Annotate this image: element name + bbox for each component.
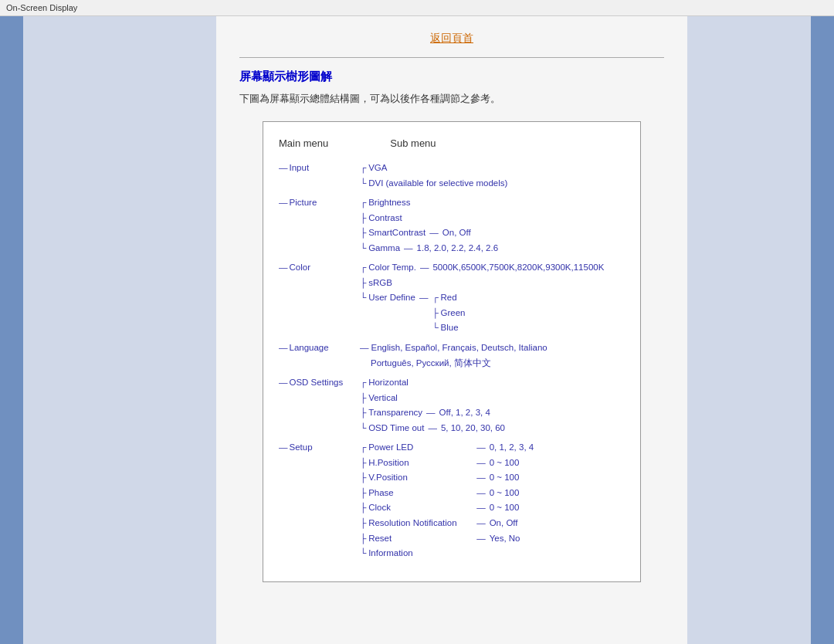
sub-lang-2: Português, Русский, 简体中文 bbox=[371, 356, 491, 371]
sub-osdtimeout-opts: 5, 10, 20, 30, 60 bbox=[441, 421, 505, 436]
sub-userdefine-blue: Blue bbox=[441, 320, 459, 336]
sub-vposition: V.Position bbox=[368, 470, 473, 486]
sub-resnotification: Resolution Notification bbox=[368, 516, 473, 531]
right-sidebar bbox=[687, 16, 811, 644]
main-item-setup: Setup bbox=[290, 440, 313, 456]
sub-resnotification-opts: On, Off bbox=[490, 516, 518, 531]
sub-phase: Phase bbox=[368, 486, 473, 501]
title-bar-text: On-Screen Display bbox=[6, 3, 77, 12]
content-area: 返回頁首 屏幕顯示樹形圖解 下圖為屏幕顯示總體結構圖，可為以後作各種調節之參考。… bbox=[216, 16, 687, 644]
section-title: 屏幕顯示樹形圖解 bbox=[239, 69, 664, 84]
sub-reset-opts: Yes, No bbox=[490, 531, 520, 547]
sub-hposition: H.Position bbox=[368, 456, 473, 471]
diagram-box: Main menu Sub menu — Input ┌ VGA bbox=[263, 121, 641, 582]
sub-userdefine-red: Red bbox=[441, 290, 457, 306]
sub-colortemp-opts: 5000K,6500K,7500K,8200K,9300K,11500K bbox=[432, 260, 604, 276]
divider bbox=[239, 57, 664, 58]
sub-contrast: Contrast bbox=[368, 211, 402, 226]
sub-hposition-opts: 0 ~ 100 bbox=[490, 456, 520, 471]
sub-phase-opts: 0 ~ 100 bbox=[490, 486, 520, 501]
sub-horizontal: Horizontal bbox=[368, 375, 409, 391]
diagram-header: Main menu Sub menu bbox=[279, 137, 625, 149]
main-item-osd: OSD Settings bbox=[290, 375, 344, 391]
sub-transparency: Transparency bbox=[368, 405, 422, 421]
sub-vertical: Vertical bbox=[368, 391, 398, 406]
sub-lang-1: English, Español, Français, Deutsch, Ita… bbox=[371, 341, 548, 356]
main-item-language: Language bbox=[290, 341, 329, 356]
sub-srgb: sRGB bbox=[368, 276, 392, 291]
sub-colortemp: Color Temp. bbox=[368, 260, 416, 276]
left-sidebar bbox=[23, 16, 216, 644]
left-accent-bar bbox=[0, 16, 23, 644]
title-bar: On-Screen Display bbox=[0, 0, 834, 16]
main-menu-label: Main menu bbox=[279, 137, 328, 149]
right-accent-bar bbox=[811, 16, 834, 644]
sub-gamma-opts: 1.8, 2.0, 2.2, 2.4, 2.6 bbox=[417, 241, 499, 256]
intro-text: 下圖為屏幕顯示總體結構圖，可為以後作各種調節之參考。 bbox=[239, 92, 664, 106]
sub-powerled-opts: 0, 1, 2, 3, 4 bbox=[490, 440, 534, 456]
sub-brightness: Brightness bbox=[368, 195, 410, 211]
sub-userdefine: User Define bbox=[368, 290, 415, 306]
sub-gamma: Gamma bbox=[368, 241, 400, 256]
sub-information: Information bbox=[368, 546, 413, 561]
sub-smartcontrast-opts: On, Off bbox=[442, 225, 471, 241]
back-link[interactable]: 返回頁首 bbox=[239, 32, 664, 46]
sub-osdtimeout: OSD Time out bbox=[368, 421, 424, 436]
sub-vposition-opts: 0 ~ 100 bbox=[490, 470, 520, 486]
sub-vga: VGA bbox=[368, 161, 387, 176]
main-item-input: Input bbox=[290, 161, 310, 176]
sub-reset: Reset bbox=[368, 531, 473, 547]
sub-userdefine-green: Green bbox=[441, 306, 466, 321]
sub-clock: Clock bbox=[368, 500, 473, 516]
main-item-picture: Picture bbox=[290, 195, 317, 211]
sub-smartcontrast: SmartContrast bbox=[368, 225, 425, 241]
main-item-color: Color bbox=[290, 260, 310, 276]
sub-dvi: DVI (available for selective models) bbox=[368, 176, 507, 192]
sub-powerled: Power LED bbox=[368, 440, 473, 456]
tree-diagram: — Input ┌ VGA └ DVI (available for selec… bbox=[279, 161, 625, 561]
sub-transparency-opts: Off, 1, 2, 3, 4 bbox=[439, 405, 490, 421]
sub-clock-opts: 0 ~ 100 bbox=[490, 500, 520, 516]
sub-menu-label: Sub menu bbox=[390, 137, 436, 149]
